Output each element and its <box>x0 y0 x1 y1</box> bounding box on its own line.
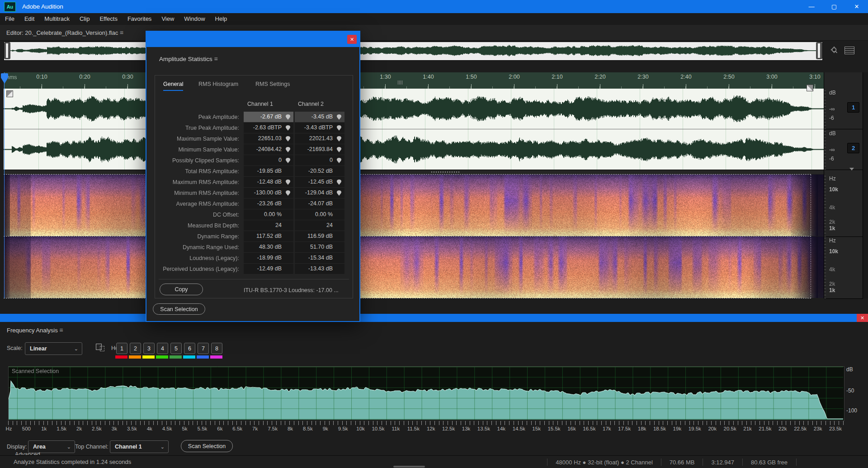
tab-general[interactable]: General <box>163 81 183 91</box>
overview-navigator[interactable] <box>4 42 823 61</box>
hold-color-bar <box>115 355 127 359</box>
copy-graph-icon[interactable] <box>96 344 105 352</box>
scale-dropdown[interactable]: Linear ⌄ <box>25 342 82 355</box>
panel-close-button[interactable]: ✕ <box>857 314 868 322</box>
menu-item[interactable]: Window <box>179 13 210 25</box>
splitter-grip[interactable] <box>431 171 460 173</box>
hz-scale-label: Hz <box>829 237 836 244</box>
stat-label: Total RMS Amplitude: <box>158 166 244 177</box>
marker-pin-icon[interactable] <box>337 147 341 152</box>
panel-menu-icon[interactable]: ≡ <box>214 55 218 62</box>
playhead-triangle[interactable] <box>1 78 8 84</box>
horizontal-scrollbar-thumb[interactable] <box>393 466 425 468</box>
dialog-scan-selection-button[interactable]: Scan Selection <box>153 303 205 315</box>
menu-item[interactable]: Help <box>210 13 232 25</box>
time-ruler[interactable]: hms 0:100:200:300:400:501:001:101:201:30… <box>4 72 824 89</box>
tick-2k: 2k <box>829 281 835 287</box>
maximize-button[interactable]: ▢ <box>823 0 845 13</box>
hold-button[interactable]: 6 <box>184 343 195 354</box>
hold-button[interactable]: 7 <box>198 343 209 354</box>
time-label: 2:00 <box>493 74 536 80</box>
hold-button[interactable]: 1 <box>116 343 127 354</box>
panel-menu-icon[interactable]: ≡ <box>59 326 63 334</box>
playhead-marker[interactable] <box>1 73 8 78</box>
channel-1-badge[interactable]: 1 <box>847 102 859 113</box>
frequency-graph[interactable]: Scanned Selection <box>8 366 844 421</box>
stat-value-ch1: -19.85 dB <box>244 166 293 177</box>
menu-item[interactable]: Effects <box>94 13 123 25</box>
hold-button[interactable]: 8 <box>211 343 222 354</box>
channel-divider <box>4 129 824 129</box>
hold-button[interactable]: 4 <box>157 343 168 354</box>
advanced-section-clipped[interactable]: Advanced <box>15 451 56 455</box>
marker-pin-icon[interactable] <box>337 158 341 163</box>
channel-2-badge[interactable]: 2 <box>847 143 859 153</box>
marker-pin-icon[interactable] <box>286 190 290 196</box>
navigator-left-handle[interactable] <box>4 42 10 59</box>
menu-item[interactable]: Clip <box>75 13 94 25</box>
waveform-channel-2[interactable] <box>4 129 824 170</box>
marker-pin-icon[interactable] <box>337 180 341 185</box>
close-button[interactable]: ✕ <box>845 0 868 13</box>
dialog-title-bar[interactable]: ✕ <box>146 32 359 47</box>
marker-pin-icon[interactable] <box>286 125 290 131</box>
panel-menu-icon[interactable]: ≡ <box>120 29 123 36</box>
copy-button[interactable]: Copy <box>160 284 203 295</box>
marker-pin-icon[interactable] <box>337 114 341 120</box>
hz-label: 12k <box>422 426 440 431</box>
menu-item[interactable]: Favorites <box>123 13 156 25</box>
channel-1-header: Channel 1 <box>244 101 293 107</box>
stat-value-ch2: 0.00 % <box>295 209 344 220</box>
marker-pin-icon[interactable] <box>286 114 290 120</box>
wave-spectral-splitter[interactable] <box>4 170 824 174</box>
frequency-graph-canvas[interactable] <box>9 367 843 420</box>
spectrogram-channel-1[interactable] <box>4 175 824 236</box>
hold-button[interactable]: 2 <box>130 343 141 354</box>
menu-item[interactable]: Edit <box>19 13 39 25</box>
editor-tab[interactable]: Editor: 20._Celebrate_(Radio_Version).fl… <box>6 29 123 36</box>
chevron-down-icon: ⌄ <box>74 346 78 352</box>
hz-label: 18k <box>633 426 651 431</box>
table-row: Perceived Loudness (Legacy): -12.49 dB -… <box>155 264 353 274</box>
marker-pin-icon[interactable] <box>286 136 290 142</box>
playhead-line[interactable] <box>4 72 5 298</box>
frequency-analysis-tab[interactable]: Frequency Analysis ≡ <box>7 326 63 334</box>
marker-pin-icon[interactable] <box>337 125 341 131</box>
marker-pin-icon[interactable] <box>286 158 290 163</box>
marker-pin-icon[interactable] <box>286 180 290 185</box>
hz-labels-row: Hz5001k1.5k2k2.5k3k3.5k4k4.5k5k5.5k6k6.5… <box>0 426 850 431</box>
marker-pin-icon[interactable] <box>337 190 341 196</box>
time-label: 0:30 <box>106 74 149 80</box>
overview-waveform-canvas[interactable] <box>4 42 821 59</box>
menu-item[interactable]: View <box>156 13 179 25</box>
marker-pin-icon[interactable] <box>337 136 341 142</box>
collapse-arrow-icon[interactable] <box>849 168 854 170</box>
tab-rms-settings[interactable]: RMS Settings <box>255 81 290 90</box>
stat-value-ch1: 22651.03 <box>244 133 293 144</box>
zoom-navigate-icon[interactable] <box>829 45 840 56</box>
freq-scan-selection-button[interactable]: Scan Selection <box>181 440 233 452</box>
vertical-scrollbar[interactable] <box>863 72 868 298</box>
marker-pin-icon[interactable] <box>286 147 290 152</box>
top-channel-dropdown[interactable]: Channel 1 ⌄ <box>110 440 169 453</box>
hold-button[interactable]: 5 <box>170 343 182 354</box>
spectrogram-channel-2[interactable] <box>4 236 824 298</box>
hz-label: 6.5k <box>229 426 246 431</box>
stat-label: Maximum Sample Value: <box>158 133 244 144</box>
menu-item[interactable]: Multitrack <box>39 13 75 25</box>
time-label: 0:20 <box>63 74 106 80</box>
menu-item[interactable]: File <box>0 13 19 25</box>
time-label: 1:40 <box>407 74 450 80</box>
tab-rms-histogram[interactable]: RMS Histogram <box>198 81 238 90</box>
channel-layout-icon[interactable] <box>844 47 854 54</box>
navigator-right-handle[interactable] <box>816 42 822 59</box>
ruler-grip[interactable] <box>398 80 403 85</box>
selection-edge-handle[interactable] <box>807 85 813 91</box>
neg6-label: -6 <box>829 156 834 162</box>
minimize-button[interactable]: — <box>800 0 823 13</box>
waveform-channel-1[interactable] <box>4 89 824 129</box>
frequency-panel-drag-bar[interactable]: ✕ <box>0 314 868 322</box>
dialog-close-button[interactable]: ✕ <box>347 35 357 44</box>
fade-in-handle[interactable] <box>6 90 13 97</box>
hold-button[interactable]: 3 <box>143 343 155 354</box>
